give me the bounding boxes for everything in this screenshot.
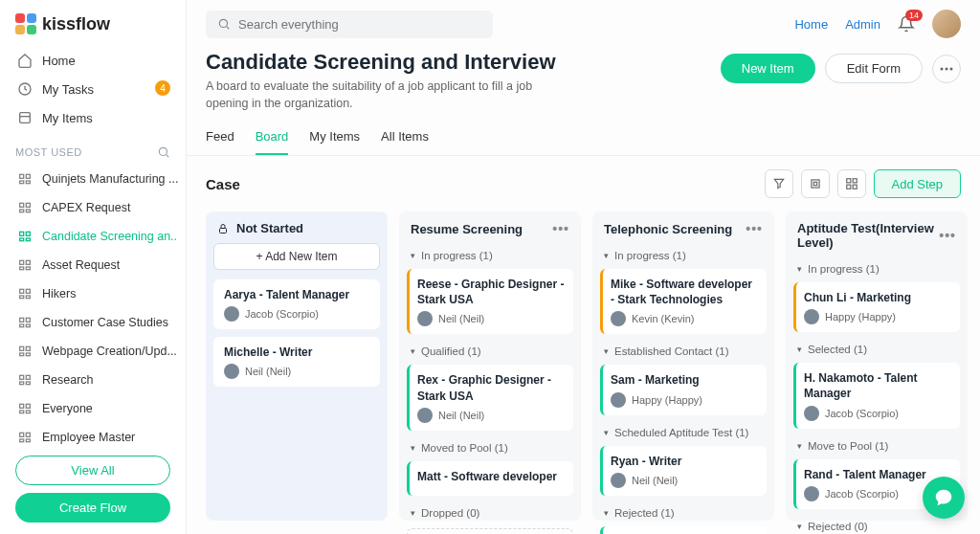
- group-header[interactable]: ▾Scheduled Aptitude Test (1): [600, 421, 767, 444]
- svg-rect-10: [26, 203, 30, 207]
- board-card[interactable]: H. Nakamoto - Talent ManagerJacob (Scorp…: [793, 363, 960, 428]
- sidebar-item[interactable]: Customer Case Studies: [8, 308, 178, 337]
- svg-rect-28: [26, 324, 30, 327]
- app-icon: [17, 315, 33, 330]
- svg-point-49: [219, 19, 227, 27]
- group-header[interactable]: ▾Rejected (1): [600, 501, 767, 524]
- column-menu-icon[interactable]: •••: [939, 228, 956, 243]
- card-assignee: Happy (Happy): [611, 392, 759, 408]
- avatar-icon: [611, 311, 626, 326]
- group-header[interactable]: ▾Dropped (0): [407, 501, 573, 524]
- chevron-down-icon: ▾: [797, 345, 802, 354]
- column-header: Not Started: [213, 221, 380, 243]
- sidebar-item-label: Customer Case Studies: [42, 316, 168, 329]
- tab-board[interactable]: Board: [256, 129, 289, 155]
- more-actions-button[interactable]: [932, 55, 961, 83]
- sidebar-item[interactable]: Webpage Creation/Upd...: [8, 337, 178, 366]
- group-header[interactable]: ▾Moved to Pool (1): [407, 436, 573, 459]
- sidebar-item-label: Employee Master: [42, 431, 135, 444]
- group-header[interactable]: ▾In progress (1): [407, 244, 573, 267]
- create-flow-button[interactable]: Create Flow: [15, 493, 170, 523]
- top-link-admin[interactable]: Admin: [845, 17, 880, 32]
- board-card[interactable]: Mike - Software developer - Stark Techno…: [600, 269, 767, 334]
- group-header[interactable]: ▾In progress (1): [600, 244, 767, 267]
- group-header[interactable]: ▾Qualified (1): [407, 340, 573, 363]
- chevron-down-icon: ▾: [604, 251, 609, 260]
- search-box[interactable]: [206, 11, 493, 38]
- sidebar-item[interactable]: Employee Master: [8, 423, 178, 448]
- assignee-name: Kevin (Kevin): [632, 313, 694, 324]
- tab-my-items[interactable]: My Items: [309, 129, 360, 155]
- chevron-down-icon: ▾: [411, 251, 415, 260]
- group-label: In progress (1): [614, 250, 686, 261]
- brand-logo[interactable]: kissflow: [0, 10, 186, 46]
- column-menu-icon[interactable]: •••: [746, 221, 763, 236]
- svg-rect-37: [20, 404, 24, 408]
- assignee-name: Jacob (Scorpio): [245, 308, 319, 320]
- board-column: Aptitude Test(Interview Level)•••▾In pro…: [786, 211, 968, 521]
- board-card[interactable]: Michelle - WriterNeil (Neil): [213, 337, 380, 387]
- sidebar-item[interactable]: Quinjets Manufacturing ...: [8, 165, 178, 193]
- svg-rect-60: [220, 228, 227, 233]
- board-card[interactable]: Rex - Graphic Designer - Stark USANeil (…: [407, 365, 573, 430]
- tab-feed[interactable]: Feed: [206, 129, 234, 155]
- user-avatar[interactable]: [932, 10, 961, 38]
- board-card[interactable]: Chun Li - MarketingHappy (Happy): [793, 282, 960, 332]
- filter-button[interactable]: [765, 169, 793, 198]
- nav-item-my-items[interactable]: My Items: [8, 103, 178, 132]
- svg-rect-9: [20, 203, 24, 207]
- avatar-icon: [804, 406, 819, 421]
- svg-rect-56: [846, 179, 850, 183]
- lock-icon: [217, 223, 229, 234]
- group-header[interactable]: ▾Rejected (0): [793, 515, 960, 534]
- add-step-button[interactable]: Add Step: [874, 169, 962, 198]
- svg-rect-7: [20, 181, 24, 184]
- card-title: Rex - Graphic Designer - Stark USA: [417, 372, 566, 403]
- sidebar-item[interactable]: Hikers: [8, 279, 178, 308]
- group-header[interactable]: ▾In progress (1): [793, 257, 960, 280]
- svg-rect-5: [20, 174, 24, 178]
- sidebar: kissflow HomeMy Tasks4My Items MOST USED…: [0, 0, 187, 534]
- column-header: Telephonic Screening•••: [600, 221, 767, 244]
- group-header[interactable]: ▾Selected (1): [793, 338, 960, 361]
- view-all-button[interactable]: View All: [15, 456, 170, 485]
- add-new-item-button[interactable]: + Add New Item: [213, 243, 380, 270]
- edit-form-button[interactable]: Edit Form: [825, 54, 923, 83]
- avatar-icon: [804, 309, 819, 324]
- grid-view-button[interactable]: [837, 169, 866, 198]
- search-icon[interactable]: [157, 145, 170, 159]
- column-header: Resume Screening•••: [407, 221, 573, 244]
- svg-rect-21: [20, 289, 24, 293]
- sidebar-item[interactable]: Asset Request: [8, 251, 178, 279]
- focus-button[interactable]: [801, 169, 830, 198]
- sidebar-item[interactable]: Research: [8, 366, 178, 394]
- new-item-button[interactable]: New Item: [721, 54, 815, 83]
- sidebar-item[interactable]: Everyone: [8, 394, 178, 423]
- group-header[interactable]: ▾Established Contact (1): [600, 340, 767, 363]
- nav-item-home[interactable]: Home: [8, 46, 178, 75]
- avatar-icon: [224, 364, 239, 379]
- board-card[interactable]: Reese - Graphic Designer - Stark USANeil…: [407, 269, 573, 334]
- tab-all-items[interactable]: All Items: [381, 129, 429, 155]
- avatar-icon: [611, 473, 626, 488]
- search-input[interactable]: [238, 17, 481, 32]
- sidebar-item-label: Asset Request: [42, 258, 120, 272]
- sidebar-item[interactable]: Candidate Screening an...: [8, 222, 178, 251]
- column-menu-icon[interactable]: •••: [552, 221, 569, 236]
- nav-badge: 4: [155, 80, 170, 96]
- drop-zone[interactable]: Drop items here: [407, 528, 573, 534]
- board-card[interactable]: Sam - MarketingHappy (Happy): [600, 365, 767, 414]
- group-header[interactable]: ▾Move to Pool (1): [793, 434, 960, 457]
- group-label: Rejected (1): [614, 507, 675, 519]
- sidebar-item[interactable]: CAPEX Request: [8, 193, 178, 222]
- top-link-home[interactable]: Home: [794, 17, 828, 32]
- board-card[interactable]: Aarya - Talent ManagerJacob (Scorpio): [213, 279, 380, 329]
- nav-item-my-tasks[interactable]: My Tasks4: [8, 75, 178, 103]
- board-card[interactable]: Ryan - WriterNeil (Neil): [600, 446, 767, 496]
- notifications-button[interactable]: 14: [898, 15, 915, 33]
- board-card[interactable]: Matt - Software developer: [407, 461, 573, 496]
- chat-fab[interactable]: [923, 477, 965, 519]
- board-card[interactable]: Andrew - MarketingHappy (Happy): [600, 526, 767, 534]
- card-assignee: Neil (Neil): [417, 408, 566, 423]
- avatar-icon: [417, 408, 433, 423]
